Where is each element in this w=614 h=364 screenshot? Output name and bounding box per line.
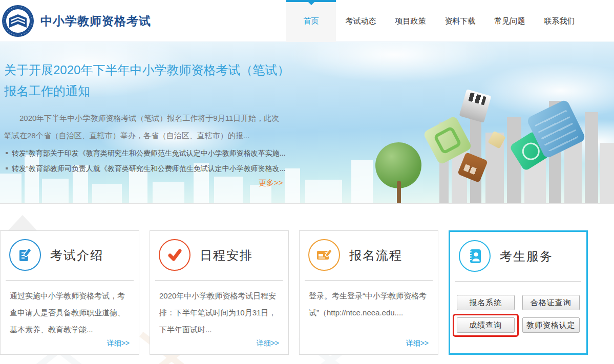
main-nav: 首页 考试动态 项目政策 资料下载 常见问题 联系我们 bbox=[286, 0, 584, 42]
site-brand[interactable]: 中小学教师资格考试 bbox=[2, 0, 151, 42]
site-header: 中小学教师资格考试 首页 考试动态 项目政策 资料下载 常见问题 联系我们 bbox=[0, 0, 614, 42]
card-title: 考生服务 bbox=[500, 232, 553, 281]
detail-link[interactable]: 详细>> bbox=[406, 339, 429, 348]
checkmark-icon bbox=[159, 239, 190, 271]
detail-link[interactable]: 详细>> bbox=[257, 339, 279, 348]
notice-headline[interactable]: 关于开展2020年下半年中小学教师资格考试（笔试）报名工作的通知 bbox=[4, 59, 299, 101]
card-schedule: 日程安排 2020年中小学教师资格考试日程安排：下半年笔试时间为10月31日，下… bbox=[150, 230, 289, 355]
nav-item-home[interactable]: 首页 bbox=[286, 0, 336, 42]
detail-link[interactable]: 详细>> bbox=[107, 339, 130, 348]
faint-triangle-graphic bbox=[7, 215, 38, 231]
hero-banner: 关于开展2020年下半年中小学教师资格考试（笔试）报名工作的通知 2020年下半… bbox=[0, 42, 614, 204]
card-exam-introduction: 考试介绍 通过实施中小学教师资格考试，考查申请人是否具备教师职业道德、基本素养、… bbox=[0, 230, 139, 355]
feature-cards: 考试介绍 通过实施中小学教师资格考试，考查申请人是否具备教师职业道德、基本素养、… bbox=[0, 230, 588, 355]
news-item[interactable]: 转发“教育部关于印发《教育类研究生和公费师范生免试认定中小学教师资格改革实施..… bbox=[4, 145, 304, 161]
more-link[interactable]: 更多>> bbox=[259, 178, 283, 188]
news-item[interactable]: 转发“教育部教师司负责人就《教育类研究生和公费师范生免试认定中小学教师资格改..… bbox=[4, 161, 304, 176]
nav-item-downloads[interactable]: 资料下载 bbox=[435, 0, 485, 42]
notice-summary: 2020年下半年中小学教师资格考试（笔试）报名工作将于9月11日开始，此次笔试在… bbox=[4, 110, 285, 144]
nav-item-exam-news[interactable]: 考试动态 bbox=[336, 0, 386, 42]
nav-item-contact[interactable]: 联系我们 bbox=[535, 0, 584, 42]
certificate-query-button[interactable]: 合格证查询 bbox=[522, 295, 580, 310]
card-title: 日程安排 bbox=[200, 231, 253, 280]
card-registration-process: 报名流程 登录。考生登录“中小学教师资格考试”（http://ntce.neea… bbox=[299, 230, 438, 355]
form-pencil-icon bbox=[308, 239, 340, 271]
site-title: 中小学教师资格考试 bbox=[40, 13, 151, 29]
service-buttons: 报名系统 合格证查询 成绩查询 教师资格认定 bbox=[450, 282, 586, 333]
tree-trunk-graphic bbox=[397, 181, 401, 204]
pencil-document-icon bbox=[9, 239, 41, 271]
card-candidate-services: 考生服务 报名系统 合格证查询 成绩查询 教师资格认定 bbox=[449, 230, 588, 355]
nav-item-policies[interactable]: 项目政策 bbox=[386, 0, 435, 42]
news-list: 转发“教育部关于印发《教育类研究生和公费师范生免试认定中小学教师资格改革实施..… bbox=[4, 145, 304, 176]
card-body-text: 2020年中小学教师资格考试日程安排：下半年笔试时间为10月31日，下半年面试时… bbox=[150, 281, 288, 338]
nav-item-faq[interactable]: 常见问题 bbox=[485, 0, 535, 42]
card-title: 考试介绍 bbox=[50, 231, 103, 280]
card-title: 报名流程 bbox=[349, 231, 403, 280]
score-query-button[interactable]: 成绩查询 bbox=[457, 317, 515, 333]
card-body-text: 登录。考生登录“中小学教师资格考试”（http://ntce.neea.edu.… bbox=[300, 281, 438, 321]
card-body-text: 通过实施中小学教师资格考试，考查申请人是否具备教师职业道德、基本素养、教育教学能… bbox=[1, 281, 139, 338]
cloud-graphic bbox=[287, 42, 502, 83]
registration-system-button[interactable]: 报名系统 bbox=[457, 295, 515, 310]
teacher-certification-button[interactable]: 教师资格认定 bbox=[522, 317, 580, 333]
site-logo-book-badge-icon bbox=[2, 5, 34, 37]
address-book-icon bbox=[459, 240, 491, 272]
